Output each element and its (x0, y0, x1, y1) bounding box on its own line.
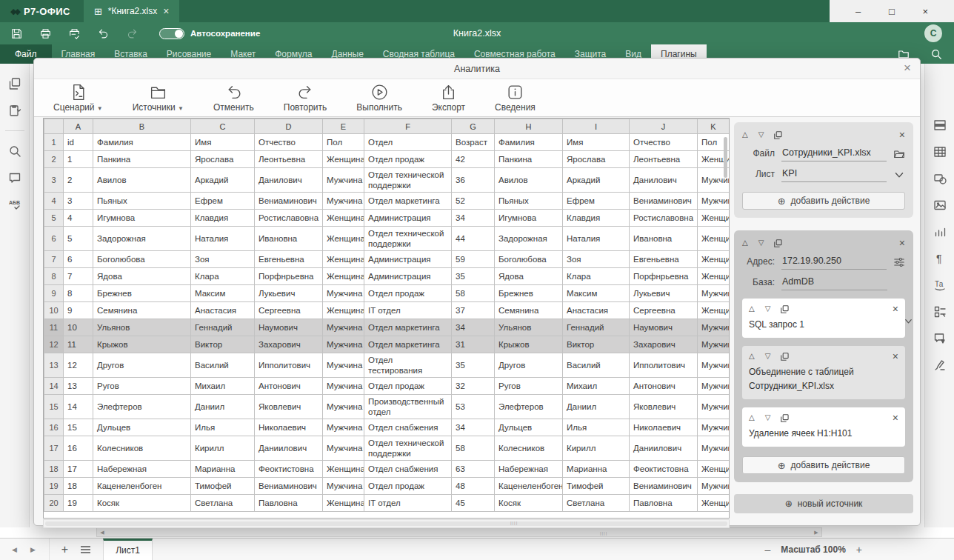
minimize-button[interactable]: – (850, 6, 867, 17)
textart-settings-icon[interactable]: Та (933, 279, 947, 292)
grid-cell[interactable]: 52 (452, 193, 495, 210)
grid-cell[interactable]: Ипполитович (255, 353, 323, 378)
grid-cell[interactable]: Фамилия (495, 134, 563, 151)
row-number[interactable]: 11 (44, 319, 64, 336)
grid-cell[interactable]: Женщина (323, 151, 364, 168)
horizontal-scrollbar[interactable]: ◀ |||| ▶ (96, 527, 822, 537)
повторить-button[interactable]: Повторить (275, 81, 336, 114)
row-number[interactable]: 19 (44, 478, 64, 495)
grid-cell[interactable]: 36 (452, 168, 495, 193)
search-icon[interactable] (930, 48, 942, 60)
grid-cell[interactable]: Илья (563, 419, 630, 436)
grid-cell[interactable]: Семянина (495, 302, 563, 319)
grid-cell[interactable]: Наумович (255, 319, 323, 336)
grid-cell[interactable]: Ростиславовна (630, 210, 698, 227)
grid-cell[interactable]: IT отдел (364, 495, 452, 512)
grid-vertical-scrollbar[interactable] (723, 134, 728, 512)
grid-cell[interactable]: Мужчина (323, 419, 364, 436)
duplicate-icon[interactable] (781, 414, 789, 422)
row-number[interactable]: 15 (44, 395, 64, 419)
grid-cell[interactable]: 2 (64, 168, 93, 193)
row-number[interactable]: 17 (44, 436, 64, 461)
sheet-tab[interactable]: Лист1 (103, 539, 153, 560)
grid-cell[interactable]: 16 (64, 436, 93, 461)
zoom-out-button[interactable]: – (765, 544, 771, 556)
grid-cell[interactable]: Наталия (563, 227, 630, 251)
row-number[interactable]: 8 (44, 268, 64, 285)
grid-cell[interactable]: Панкина (93, 151, 191, 168)
grid-cell[interactable]: Другов (93, 353, 191, 378)
column-header-H[interactable]: H (495, 119, 563, 134)
grid-cell[interactable]: Женщина (323, 227, 364, 251)
grid-cell[interactable]: Ругов (93, 378, 191, 395)
grid-cell[interactable]: Феоктистовна (255, 461, 323, 478)
grid-cell[interactable]: Возраст (452, 134, 495, 151)
grid-cell[interactable]: Лукьевич (630, 285, 698, 302)
row-number[interactable]: 5 (44, 210, 64, 227)
duplicate-icon[interactable] (781, 305, 789, 313)
grid-cell[interactable]: Аркадий (191, 168, 255, 193)
grid-cell[interactable]: Даниил (563, 395, 630, 419)
grid-cell[interactable]: Николаевич (630, 419, 698, 436)
grid-cell[interactable]: Ульянов (93, 319, 191, 336)
grid-cell[interactable]: Светлана (563, 495, 630, 512)
move-up-icon[interactable]: △ (742, 131, 748, 139)
row-number[interactable]: 14 (44, 378, 64, 395)
grid-cell[interactable]: Тимофей (191, 478, 255, 495)
grid-cell[interactable]: Ярослава (191, 151, 255, 168)
grid-cell[interactable]: 32 (452, 378, 495, 395)
grid-cell[interactable]: Порфнрьевна (255, 268, 323, 285)
grid-cell[interactable]: Кирилл (191, 436, 255, 461)
grid-horizontal-scrollbar[interactable]: |||| (43, 519, 730, 528)
отменить-button[interactable]: Отменить (204, 81, 263, 114)
grid-cell[interactable]: Каценеленбоген (495, 478, 563, 495)
grid-cell[interactable]: Антонович (255, 378, 323, 395)
grid-cell[interactable]: Пьяных (93, 193, 191, 210)
row-number[interactable]: 4 (44, 193, 64, 210)
scroll-right-icon[interactable]: ▶ (811, 530, 821, 536)
grid-cell[interactable]: 14 (64, 395, 93, 419)
grid-cell[interactable]: Отдел маркетинга (364, 336, 452, 353)
grid-cell[interactable]: Другов (495, 353, 563, 378)
grid-cell[interactable]: Женщина (323, 461, 364, 478)
grid-cell[interactable]: Илья (191, 419, 255, 436)
row-number[interactable]: 3 (44, 168, 64, 193)
row-number[interactable]: 1 (44, 134, 64, 151)
cell-settings-icon[interactable] (933, 119, 947, 132)
grid-cell[interactable]: Авилов (93, 168, 191, 193)
move-down-icon[interactable]: ▽ (765, 353, 771, 360)
grid-cell[interactable]: Отдел тестирования (364, 353, 452, 378)
move-down-icon[interactable]: ▽ (765, 305, 771, 313)
grid-cell[interactable]: Мужчина (323, 478, 364, 495)
grid-cell[interactable]: Ругов (495, 378, 563, 395)
grid-cell[interactable]: Элефтеров (495, 395, 563, 419)
move-up-icon[interactable]: △ (749, 305, 755, 313)
grid-cell[interactable]: Женщина (323, 251, 364, 268)
grid-cell[interactable]: Отчество (630, 134, 698, 151)
grid-cell[interactable]: Вениаминович (630, 193, 698, 210)
grid-cell[interactable]: Максим (191, 285, 255, 302)
grid-cell[interactable]: Евгеньевна (630, 251, 698, 268)
grid-cell[interactable]: Отдел (364, 134, 452, 151)
grid-cell[interactable]: Зоя (563, 251, 630, 268)
grid-cell[interactable]: Ульянов (495, 319, 563, 336)
move-down-icon[interactable]: ▽ (758, 131, 764, 139)
grid-cell[interactable]: Клара (191, 268, 255, 285)
grid-cell[interactable]: 48 (452, 478, 495, 495)
grid-cell[interactable]: Павловна (630, 495, 698, 512)
column-header-C[interactable]: C (191, 119, 255, 134)
grid-cell[interactable]: 1 (64, 151, 93, 168)
maximize-button[interactable]: □ (883, 6, 901, 17)
grid-cell[interactable]: Мужчина (323, 395, 364, 419)
action-card[interactable]: △▽×SQL запрос 1 (742, 299, 905, 338)
grid-cell[interactable]: 42 (452, 151, 495, 168)
grid-cell[interactable]: Ивановна (630, 227, 698, 251)
grid-cell[interactable]: Отдел продаж (364, 378, 452, 395)
grid-cell[interactable]: Ядова (495, 268, 563, 285)
grid-cell[interactable]: Отдел продаж (364, 151, 452, 168)
grid-cell[interactable]: Кирилл (563, 436, 630, 461)
grid-cell[interactable]: 6 (64, 251, 93, 268)
grid-cell[interactable]: Мужчина (323, 378, 364, 395)
duplicate-icon[interactable] (774, 131, 782, 139)
move-up-icon[interactable]: △ (749, 414, 755, 421)
